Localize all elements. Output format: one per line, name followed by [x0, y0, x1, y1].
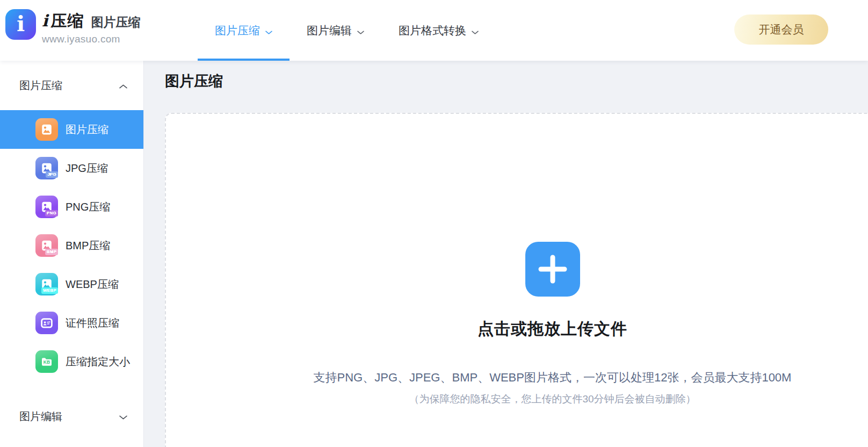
sidebar-section-image-compress[interactable]: 图片压缩 [0, 61, 143, 110]
sidebar-item-compress-to-size[interactable]: KB 压缩指定大小 [0, 342, 143, 381]
brand-url: www.iyasuo.com [42, 33, 140, 45]
logo-i-icon: i [5, 9, 36, 40]
id-card-icon [35, 312, 58, 334]
webp-compress-icon: WEBP [35, 273, 58, 295]
image-compress-icon [35, 118, 58, 141]
main-content: 图片压缩 点击或拖放上传文件 支持PNG、JPG、JPEG、BMP、WEBP图片… [144, 61, 868, 447]
chevron-down-icon [265, 25, 272, 38]
format-badge: JPG [46, 171, 58, 178]
chevron-up-icon [119, 80, 127, 92]
sidebar-item-webp-compress[interactable]: WEBP WEBP压缩 [0, 265, 143, 304]
png-compress-icon: PNG [35, 196, 58, 218]
chevron-down-icon [119, 410, 127, 423]
brand-logo[interactable]: i i 压缩 图片压缩 www.iyasuo.com [5, 9, 140, 45]
brand-text: i 压缩 图片压缩 www.iyasuo.com [42, 9, 140, 45]
page-title: 图片压缩 [165, 71, 868, 91]
upload-dropzone[interactable]: 点击或拖放上传文件 支持PNG、JPG、JPEG、BMP、WEBP图片格式，一次… [165, 113, 868, 447]
sidebar-item-label: PNG压缩 [66, 200, 110, 214]
nav-label: 图片编辑 [307, 23, 352, 38]
bmp-compress-icon: BMP [35, 234, 58, 257]
sidebar-item-label: BMP压缩 [66, 239, 110, 253]
top-header: i i 压缩 图片压缩 www.iyasuo.com 图片压缩 图片编辑 图片格… [0, 0, 868, 61]
kb-folder-icon: KB [35, 350, 58, 373]
jpg-compress-icon: JPG [35, 157, 58, 179]
svg-text:KB: KB [44, 359, 50, 365]
nav-item-format-convert[interactable]: 图片格式转换 [381, 0, 496, 61]
upload-title: 点击或拖放上传文件 [166, 318, 868, 340]
brand-name-prefix: i [42, 11, 48, 30]
open-vip-button[interactable]: 开通会员 [734, 15, 828, 45]
nav-item-image-edit[interactable]: 图片编辑 [290, 0, 381, 61]
upload-note: （为保障您的隐私安全，您上传的文件30分钟后会被自动删除） [166, 392, 868, 406]
sidebar: 图片压缩 图片压缩 JPG JPG压缩 [0, 61, 144, 447]
format-badge: BMP [45, 249, 58, 255]
upload-hint: 支持PNG、JPG、JPEG、BMP、WEBP图片格式，一次可以处理12张，会员… [166, 370, 868, 386]
sidebar-item-label: 压缩指定大小 [66, 355, 130, 369]
format-badge: WEBP [41, 287, 58, 294]
brand-tagline: 图片压缩 [91, 14, 140, 31]
sidebar-item-label: WEBP压缩 [66, 277, 119, 292]
sidebar-item-bmp-compress[interactable]: BMP BMP压缩 [0, 226, 143, 265]
sidebar-item-jpg-compress[interactable]: JPG JPG压缩 [0, 149, 143, 188]
sidebar-section-image-edit[interactable]: 图片编辑 [0, 397, 143, 436]
sidebar-item-label: JPG压缩 [66, 161, 108, 176]
plus-icon [537, 254, 568, 285]
main-nav: 图片压缩 图片编辑 图片格式转换 [198, 0, 496, 61]
sidebar-item-png-compress[interactable]: PNG PNG压缩 [0, 188, 143, 226]
sidebar-item-label: 证件照压缩 [66, 316, 119, 330]
add-files-button[interactable] [525, 242, 580, 297]
format-badge: PNG [45, 210, 58, 217]
section-label: 图片编辑 [19, 409, 62, 424]
chevron-down-icon [357, 25, 364, 38]
nav-label: 图片压缩 [215, 23, 260, 38]
sidebar-item-image-compress[interactable]: 图片压缩 [0, 110, 143, 149]
chevron-down-icon [472, 25, 479, 38]
section-label: 图片压缩 [19, 78, 62, 93]
nav-item-image-compress[interactable]: 图片压缩 [198, 0, 290, 61]
sidebar-item-id-photo-compress[interactable]: 证件照压缩 [0, 304, 143, 342]
brand-name: 压缩 [50, 10, 84, 32]
sidebar-item-label: 图片压缩 [66, 122, 108, 137]
nav-label: 图片格式转换 [399, 23, 466, 38]
